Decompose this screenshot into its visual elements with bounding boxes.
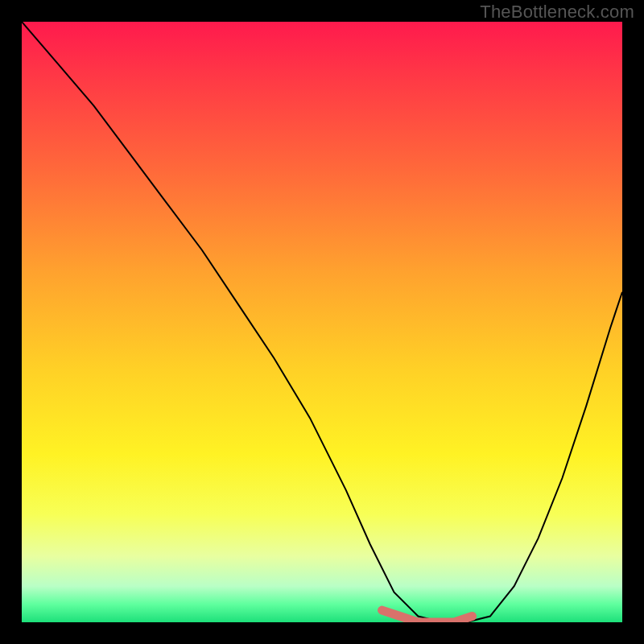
watermark-text: TheBottleneck.com xyxy=(480,2,634,23)
bottleneck-curve-path xyxy=(22,22,622,622)
optimal-range-path xyxy=(382,610,473,622)
chart-frame: TheBottleneck.com xyxy=(0,0,644,644)
chart-svg xyxy=(22,22,622,622)
